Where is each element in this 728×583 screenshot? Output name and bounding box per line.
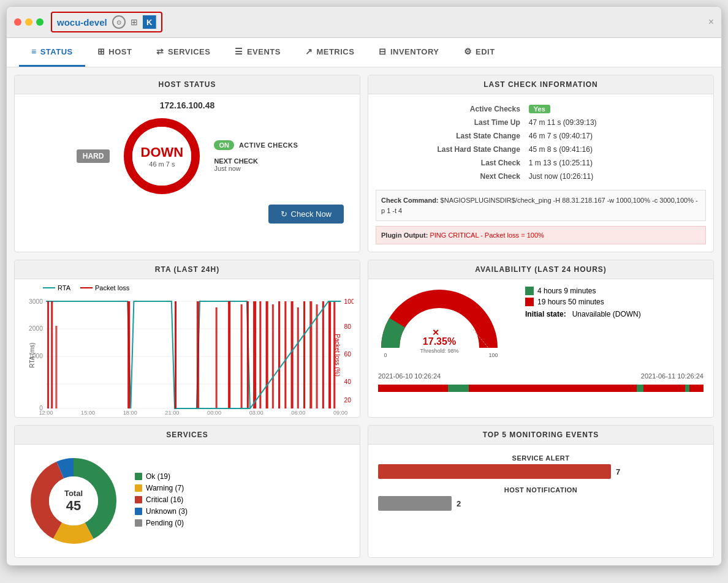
app-name: wocu-devel [57, 17, 107, 28]
svg-text:12:00: 12:00 [39, 410, 53, 415]
svg-rect-37 [322, 301, 324, 408]
top5-panel: TOP 5 MONITORING EVENTS SERVICE ALERT 7 … [368, 425, 714, 558]
nav-item-events[interactable]: ☰ EVENTS [222, 38, 293, 67]
svg-text:00:00: 00:00 [207, 410, 221, 415]
ok-label: Ok (19) [146, 472, 170, 481]
rta-color [43, 287, 55, 288]
last-check-value: 1 m 13 s (10:25:11) [525, 157, 705, 169]
check-command-label: Check Command: [381, 197, 439, 204]
date-end: 2021-06-11 10:26:24 [641, 372, 703, 380]
yes-badge: Yes [529, 105, 550, 113]
svg-rect-32 [291, 301, 294, 408]
avail-initial-state: Initial state: Unavailable (DOWN) [525, 310, 703, 318]
service-alert-bar-container: 7 [378, 464, 703, 479]
title-bar: wocu-devel ⊙ ⊞ K × [7, 7, 721, 38]
next-check-label: NEXT CHECK [214, 157, 298, 165]
host-nav-icon: ⊞ [97, 47, 105, 56]
warning-color [135, 484, 142, 492]
nav-item-inventory[interactable]: ⊟ INVENTORY [366, 38, 451, 67]
svg-rect-20 [175, 301, 176, 408]
service-alert-count: 7 [616, 467, 620, 476]
edit-nav-icon: ⚙ [464, 47, 472, 56]
svg-text:18:00: 18:00 [123, 410, 137, 415]
hard-badge: HARD [77, 149, 110, 163]
last-hard-state-value: 45 m 8 s (09:41:16) [525, 143, 705, 156]
grid-icon: ⊞ [131, 17, 138, 27]
nav-item-status[interactable]: ≡ STATUS [19, 38, 85, 67]
status-down-text: DOWN [141, 145, 184, 160]
nav-host-label: HOST [108, 47, 132, 56]
event-row-host-notification: HOST NOTIFICATION 2 [378, 486, 703, 511]
nav-item-host[interactable]: ⊞ HOST [85, 38, 145, 67]
minimize-window-btn[interactable] [25, 18, 32, 26]
svg-rect-22 [216, 307, 218, 408]
main-window: wocu-devel ⊙ ⊞ K × ≡ STATUS ⊞ HOST ⇄ SER… [6, 6, 722, 566]
total-value: 45 [64, 498, 83, 514]
last-time-up-label: Last Time Up [377, 116, 524, 129]
services-legend: Ok (19) Warning (7) Critical (16) Unknow… [135, 472, 188, 530]
services-donut-chart: Total 45 [25, 452, 123, 550]
availability-panel: AVAILABILITY (LAST 24 HOURS) ✕ 17. [368, 260, 714, 418]
host-ip: 172.16.100.48 [160, 100, 215, 110]
svg-rect-19 [127, 301, 130, 408]
critical-label: Critical (16) [146, 495, 183, 504]
next-check-label: Next Check [377, 170, 524, 182]
avail-green-label: 4 hours 9 minutes [537, 287, 596, 295]
active-checks-label-cell: Active Checks [377, 103, 524, 115]
svg-rect-34 [303, 301, 305, 408]
check-now-button[interactable]: ↻ Check Now [268, 205, 344, 224]
active-checks-value-cell: Yes [525, 103, 705, 115]
rta-panel: RTA (LAST 24H) RTA Packet loss [14, 260, 360, 418]
svg-text:15:00: 15:00 [81, 410, 95, 415]
app-header: wocu-devel ⊙ ⊞ K [51, 12, 162, 32]
nav-bar: ≡ STATUS ⊞ HOST ⇄ SERVICES ☰ EVENTS ↗ ME… [7, 38, 721, 67]
svg-rect-24 [241, 304, 243, 408]
last-time-up-value: 47 m 11 s (09:39:13) [525, 116, 705, 129]
timeline-red-4 [689, 385, 703, 392]
timeline-red-1 [378, 385, 448, 392]
check-command-box: Check Command: $NAGIOSPLUGINSDIR$/check_… [376, 190, 706, 221]
table-row: Active Checks Yes [377, 103, 705, 115]
avail-green-color [525, 287, 534, 295]
service-alert-bar [378, 464, 611, 479]
k-icon: K [143, 15, 156, 29]
services-critical-item: Critical (16) [135, 495, 188, 504]
main-content: HOST STATUS 172.16.100.48 HARD DOWN [7, 67, 721, 565]
status-duration: 46 m 7 s [141, 160, 184, 168]
check-now-label: Check Now [291, 209, 332, 219]
nav-item-edit[interactable]: ⚙ EDIT [452, 38, 507, 67]
last-hard-state-label: Last Hard State Change [377, 143, 524, 156]
rta-header: RTA (LAST 24H) [15, 260, 360, 279]
nav-item-metrics[interactable]: ↗ METRICS [293, 38, 367, 67]
availability-body: ✕ 17.35% Threshold: 98% 0 100 [368, 279, 713, 370]
pending-label: Pending (0) [146, 519, 184, 527]
availability-timeline-bar [378, 385, 703, 392]
close-window-btn[interactable] [14, 18, 21, 26]
close-btn[interactable]: × [708, 17, 714, 28]
avail-legend-red: 19 hours 50 minutes [525, 298, 703, 306]
timeline-green-2 [637, 385, 643, 392]
packet-loss-legend-item: Packet loss [80, 284, 129, 292]
window-controls [14, 18, 44, 26]
service-alert-label: SERVICE ALERT [378, 454, 703, 462]
nav-item-services[interactable]: ⇄ SERVICES [144, 38, 222, 67]
svg-text:3000: 3000 [29, 298, 43, 305]
svg-rect-25 [247, 301, 249, 408]
nav-metrics-label: METRICS [316, 47, 354, 56]
table-row: Last Time Up 47 m 11 s (09:39:13) [377, 116, 705, 129]
check-info-table: Active Checks Yes Last Time Up 47 m 11 s… [376, 102, 706, 184]
date-start: 2021-06-10 10:26:24 [378, 372, 441, 380]
svg-rect-29 [272, 304, 274, 408]
svg-rect-17 [51, 301, 53, 408]
timeline-green-3 [685, 385, 689, 392]
last-state-change-value: 46 m 7 s (09:40:17) [525, 130, 705, 142]
svg-rect-16 [47, 301, 49, 408]
last-check-label: Last Check [377, 157, 524, 169]
last-check-panel: LAST CHECK INFORMATION Active Checks Yes… [368, 75, 714, 252]
active-checks-row: ON ACTIVE CHECKS [214, 140, 298, 150]
table-row: Last Hard State Change 45 m 8 s (09:41:1… [377, 143, 705, 156]
top5-header: TOP 5 MONITORING EVENTS [368, 426, 713, 445]
services-unknown-item: Unknown (3) [135, 507, 188, 516]
nav-edit-label: EDIT [476, 47, 495, 56]
maximize-window-btn[interactable] [36, 18, 44, 26]
